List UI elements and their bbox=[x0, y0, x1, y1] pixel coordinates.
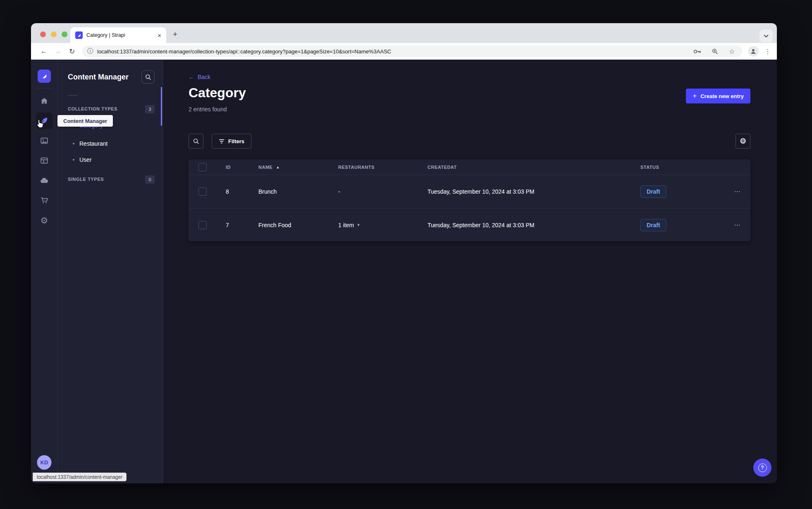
cell-id: 8 bbox=[226, 188, 258, 195]
strapi-logo[interactable] bbox=[38, 70, 51, 83]
strapi-app: ⚙ KD Content Manager COLLECTION TYPES 3 … bbox=[31, 60, 777, 483]
window-controls bbox=[40, 31, 67, 37]
table-row[interactable]: 7 French Food 1 item ▾ Tuesday, Septembe… bbox=[189, 208, 750, 241]
single-types-label: SINGLE TYPES bbox=[68, 177, 104, 182]
browser-forward-icon[interactable]: → bbox=[51, 47, 65, 55]
header-status[interactable]: STATUS bbox=[640, 165, 724, 170]
settings-gear-icon[interactable]: ⚙ bbox=[36, 212, 53, 228]
cloud-icon[interactable] bbox=[36, 172, 53, 189]
table-search-button[interactable] bbox=[189, 134, 203, 149]
row-checkbox[interactable] bbox=[198, 221, 207, 229]
subnav-scroll-indicator[interactable] bbox=[161, 87, 162, 126]
address-bar[interactable]: ⓘ localhost:1337/admin/content-manager/c… bbox=[82, 46, 742, 57]
subnav-divider bbox=[68, 95, 78, 96]
main-content: ← Back Category 2 entries found + Create… bbox=[163, 60, 777, 483]
bullet-icon bbox=[73, 143, 74, 144]
back-arrow-icon: ← bbox=[189, 74, 194, 80]
row-actions-menu[interactable]: ⋯ bbox=[724, 188, 750, 195]
entries-table: ID NAME ▲ RESTAURANTS CREATEDAT STATUS 8… bbox=[189, 159, 750, 241]
zoom-magnifier-icon[interactable] bbox=[712, 48, 718, 55]
cell-restaurants: - bbox=[338, 188, 427, 195]
chrome-controls: ⋮ bbox=[748, 46, 771, 57]
create-new-entry-button[interactable]: + Create new entry bbox=[686, 89, 750, 103]
bullet-icon bbox=[73, 159, 74, 161]
collection-types-count-badge: 3 bbox=[145, 105, 155, 113]
home-icon[interactable] bbox=[36, 93, 53, 109]
row-actions-menu[interactable]: ⋯ bbox=[724, 221, 750, 229]
browser-menu-icon[interactable]: ⋮ bbox=[764, 48, 771, 55]
filters-button[interactable]: Filters bbox=[212, 134, 251, 149]
browser-status-bar: localhost:1337/admin/content-manager bbox=[33, 473, 127, 481]
maximize-window-button[interactable] bbox=[62, 31, 67, 37]
page-title: Category bbox=[189, 85, 246, 101]
table-row[interactable]: 8 Brunch - Tuesday, September 10, 2024 a… bbox=[189, 175, 750, 208]
marketplace-cart-icon[interactable] bbox=[36, 192, 53, 209]
subnav-item-user[interactable]: User bbox=[73, 156, 92, 163]
cell-createdat: Tuesday, September 10, 2024 at 3:03 PM bbox=[427, 222, 640, 228]
browser-window: Category | Strapi × + ← → ↻ ⓘ localhost:… bbox=[31, 23, 777, 483]
strapi-favicon bbox=[75, 31, 83, 39]
row-checkbox[interactable] bbox=[198, 187, 207, 196]
subnav-title: Content Manager bbox=[68, 73, 129, 82]
table-header-row: ID NAME ▲ RESTAURANTS CREATEDAT STATUS bbox=[189, 159, 750, 175]
gear-icon: ⚙ bbox=[740, 137, 746, 146]
question-mark-icon: ? bbox=[758, 463, 767, 472]
status-badge: Draft bbox=[640, 185, 666, 198]
collection-types-label: COLLECTION TYPES bbox=[68, 106, 117, 111]
entries-count: 2 entries found bbox=[189, 106, 227, 113]
cell-id: 7 bbox=[226, 222, 258, 228]
cell-createdat: Tuesday, September 10, 2024 at 3:03 PM bbox=[427, 188, 640, 195]
browser-toolbar: ← → ↻ ⓘ localhost:1337/admin/content-man… bbox=[31, 43, 777, 60]
single-types-count-badge: 0 bbox=[145, 175, 155, 184]
minimize-window-button[interactable] bbox=[51, 31, 57, 37]
nav-divider bbox=[36, 88, 53, 89]
sort-ascending-icon: ▲ bbox=[276, 165, 279, 169]
subnav-search-button[interactable] bbox=[141, 70, 155, 84]
browser-back-icon[interactable]: ← bbox=[37, 47, 51, 55]
tab-strip: Category | Strapi × + bbox=[31, 23, 777, 43]
site-info-icon[interactable]: ⓘ bbox=[87, 48, 93, 55]
browser-reload-icon[interactable]: ↻ bbox=[65, 47, 79, 56]
password-key-icon[interactable] bbox=[693, 49, 701, 54]
tab-title: Category | Strapi bbox=[86, 32, 154, 38]
header-createdat[interactable]: CREATEDAT bbox=[427, 165, 640, 170]
mouse-cursor bbox=[36, 119, 45, 130]
subnav-item-restaurant[interactable]: Restaurant bbox=[73, 140, 107, 147]
select-all-checkbox[interactable] bbox=[198, 163, 207, 171]
browser-profile-icon[interactable] bbox=[748, 46, 759, 57]
user-avatar[interactable]: KD bbox=[37, 455, 52, 470]
help-button[interactable]: ? bbox=[753, 459, 771, 477]
header-name[interactable]: NAME ▲ bbox=[258, 165, 338, 170]
header-restaurants[interactable]: RESTAURANTS bbox=[338, 165, 427, 170]
url-text[interactable]: localhost:1337/admin/content-manager/col… bbox=[97, 48, 683, 55]
tab-search-chevron-icon[interactable] bbox=[759, 29, 773, 43]
cell-restaurants[interactable]: 1 item ▾ bbox=[338, 222, 427, 228]
status-badge: Draft bbox=[640, 219, 666, 231]
media-library-icon[interactable] bbox=[36, 132, 53, 149]
header-id[interactable]: ID bbox=[226, 165, 258, 170]
plus-icon: + bbox=[693, 92, 697, 100]
table-settings-button[interactable]: ⚙ bbox=[736, 134, 750, 149]
content-manager-tooltip: Content Manager bbox=[57, 115, 113, 127]
cell-name: French Food bbox=[258, 222, 338, 228]
close-window-button[interactable] bbox=[40, 31, 46, 37]
tab-close-icon[interactable]: × bbox=[158, 32, 161, 38]
back-link[interactable]: ← Back bbox=[189, 74, 210, 80]
browser-tab[interactable]: Category | Strapi × bbox=[70, 27, 166, 43]
content-type-builder-icon[interactable] bbox=[36, 152, 53, 169]
filter-icon bbox=[219, 139, 224, 144]
bookmark-star-icon[interactable]: ☆ bbox=[729, 48, 735, 55]
cell-name: Brunch bbox=[258, 188, 338, 195]
caret-down-icon: ▾ bbox=[357, 222, 360, 228]
new-tab-button[interactable]: + bbox=[173, 30, 177, 38]
